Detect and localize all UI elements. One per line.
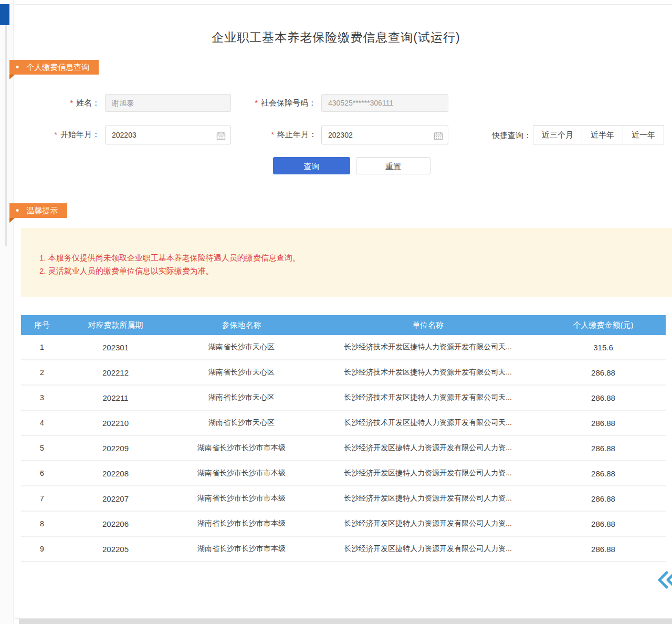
table-cell: 202209 <box>63 444 168 453</box>
table-cell: 长沙经济开发区捷特人力资源开发有限公司人力资... <box>315 544 541 554</box>
quick-query-group: 近三个月 近半年 近一年 <box>533 125 664 144</box>
required-asterisk: * <box>55 130 57 139</box>
table-header-cell: 参保地名称 <box>168 320 315 330</box>
table-cell: 315.6 <box>541 343 666 352</box>
table-cell: 湖南省长沙市长沙市市本级 <box>168 494 315 503</box>
notice-box: 1. 本服务仅提供尚未领取企业职工基本养老保险待遇人员的缴费信息查询。 2. 灵… <box>21 228 672 297</box>
page-title: 企业职工基本养老保险缴费信息查询(试运行) <box>0 29 672 46</box>
table-header-cell: 对应费款所属期 <box>63 320 168 330</box>
table-row: 7202207湖南省长沙市长沙市市本级长沙经济开发区捷特人力资源开发有限公司人力… <box>21 486 666 512</box>
table-header-cell: 单位名称 <box>315 320 541 330</box>
table-row: 9202205湖南省长沙市长沙市市本级长沙经济开发区捷特人力资源开发有限公司人力… <box>21 537 666 562</box>
payment-table: 序号 对应费款所属期 参保地名称 单位名称 个人缴费金额(元) 1202301湖… <box>21 315 666 562</box>
table-cell: 湖南省长沙市天心区 <box>168 418 315 428</box>
start-date-field[interactable]: 202203 <box>105 126 231 144</box>
reset-button[interactable]: 重置 <box>356 157 430 174</box>
table-cell: 湖南省长沙市天心区 <box>168 342 315 352</box>
table-cell: 286.88 <box>541 545 666 554</box>
calendar-icon[interactable] <box>433 130 444 148</box>
table-row: 6202208湖南省长沙市长沙市市本级长沙经济开发区捷特人力资源开发有限公司人力… <box>21 461 666 486</box>
table-row: 4202210湖南省长沙市天心区长沙经济技术开发区捷特人力资源开发有限公司天..… <box>21 411 666 436</box>
table-cell: 长沙经济技术开发区捷特人力资源开发有限公司天... <box>315 368 541 377</box>
table-cell: 202210 <box>63 419 168 428</box>
table-row: 2202212湖南省长沙市天心区长沙经济技术开发区捷特人力资源开发有限公司天..… <box>21 360 666 386</box>
quick-btn-3-months[interactable]: 近三个月 <box>533 125 582 144</box>
table-cell: 湖南省长沙市长沙市市本级 <box>168 443 315 453</box>
table-cell: 8 <box>21 519 63 528</box>
table-row: 5202209湖南省长沙市长沙市市本级长沙经济开发区捷特人力资源开发有限公司人力… <box>21 436 666 461</box>
end-date-label: *终止年月： <box>260 126 317 143</box>
notice-line: 2. 灵活就业人员的缴费单位信息以实际缴费为准。 <box>39 264 662 277</box>
table-cell: 湖南省长沙市天心区 <box>168 368 315 377</box>
table-cell: 湖南省长沙市天心区 <box>168 393 315 402</box>
table-cell: 1 <box>21 343 63 351</box>
table-cell: 湖南省长沙市长沙市市本级 <box>168 544 315 554</box>
quick-btn-one-year[interactable]: 近一年 <box>623 125 664 144</box>
table-cell: 286.88 <box>541 444 666 453</box>
table-cell: 长沙经济开发区捷特人力资源开发有限公司人力资... <box>315 494 541 503</box>
badge-fold-decoration <box>9 218 15 223</box>
table-cell: 202212 <box>63 368 168 377</box>
badge-bullet: • <box>16 206 19 215</box>
notice-line: 1. 本服务仅提供尚未领取企业职工基本养老保险待遇人员的缴费信息查询。 <box>39 251 662 264</box>
table-cell: 5 <box>21 444 63 452</box>
table-cell: 202205 <box>63 545 168 554</box>
required-asterisk: * <box>271 130 274 139</box>
table-cell: 202207 <box>63 494 168 503</box>
table-cell: 长沙经济开发区捷特人力资源开发有限公司人力资... <box>315 443 541 453</box>
table-cell: 长沙经济技术开发区捷特人力资源开发有限公司天... <box>315 418 541 428</box>
section-badge-label: 温馨提示 <box>26 206 58 216</box>
table-cell: 286.88 <box>541 494 666 503</box>
table-cell: 2 <box>21 368 63 377</box>
badge-bullet: • <box>16 63 19 72</box>
left-margin-strip <box>0 0 14 624</box>
sidebar-collapsed-tab[interactable] <box>0 4 9 25</box>
name-label: *姓名： <box>45 94 100 112</box>
pension-query-page: 企业职工基本养老保险缴费信息查询(试运行) • 个人缴费信息查询 *姓名： 谢旭… <box>0 0 672 624</box>
table-header-cell: 个人缴费金额(元) <box>541 320 666 330</box>
table-cell: 286.88 <box>541 469 666 478</box>
table-cell: 6 <box>21 469 63 477</box>
quick-query-label: 快捷查询： <box>488 126 531 145</box>
quick-btn-half-year[interactable]: 近半年 <box>582 125 623 144</box>
table-cell: 湖南省长沙市长沙市市本级 <box>168 519 315 528</box>
bottom-scrollbar[interactable] <box>19 619 672 624</box>
table-cell: 4 <box>21 419 63 427</box>
table-cell: 长沙经济开发区捷特人力资源开发有限公司人力资... <box>315 519 541 528</box>
table-cell: 湖南省长沙市长沙市市本级 <box>168 469 315 478</box>
ssn-label: *社会保障号码： <box>242 94 316 112</box>
table-row: 8202206湖南省长沙市长沙市市本级长沙经济开发区捷特人力资源开发有限公司人力… <box>21 512 666 537</box>
table-header-cell: 序号 <box>21 320 63 330</box>
table-cell: 286.88 <box>541 419 666 428</box>
ssn-field[interactable]: 430525******306111 <box>321 94 448 112</box>
table-cell: 202206 <box>63 519 168 528</box>
name-field[interactable]: 谢旭泰 <box>105 94 231 112</box>
table-cell: 7 <box>21 494 63 503</box>
table-cell: 长沙经济技术开发区捷特人力资源开发有限公司天... <box>315 393 541 402</box>
double-chevron-left-icon[interactable] <box>657 570 672 589</box>
section-badge-personal-query: • 个人缴费信息查询 <box>9 60 99 75</box>
start-date-label: *开始年月： <box>42 126 100 143</box>
table-cell: 202208 <box>63 469 168 478</box>
required-asterisk: * <box>255 99 258 107</box>
table-row: 3202211湖南省长沙市天心区长沙经济技术开发区捷特人力资源开发有限公司天..… <box>21 386 666 411</box>
table-cell: 长沙经济开发区捷特人力资源开发有限公司人力资... <box>315 469 541 478</box>
calendar-icon[interactable] <box>216 130 226 148</box>
table-cell: 长沙经济技术开发区捷特人力资源开发有限公司天... <box>315 342 541 352</box>
badge-fold-decoration <box>9 75 15 79</box>
end-date-field[interactable]: 202302 <box>321 126 448 144</box>
sidebar-divider <box>5 25 7 246</box>
table-row: 1202301湖南省长沙市天心区长沙经济技术开发区捷特人力资源开发有限公司天..… <box>21 335 666 360</box>
table-body: 1202301湖南省长沙市天心区长沙经济技术开发区捷特人力资源开发有限公司天..… <box>21 335 666 562</box>
table-cell: 202301 <box>63 343 168 352</box>
table-cell: 9 <box>21 545 63 553</box>
section-badge-tips: • 温馨提示 <box>9 203 67 218</box>
table-cell: 3 <box>21 393 63 402</box>
query-button[interactable]: 查询 <box>273 157 350 174</box>
table-cell: 286.88 <box>541 519 666 528</box>
table-cell: 202211 <box>63 393 168 402</box>
table-cell: 286.88 <box>541 368 666 377</box>
table-header-row: 序号 对应费款所属期 参保地名称 单位名称 个人缴费金额(元) <box>21 315 666 335</box>
table-cell: 286.88 <box>541 393 666 402</box>
section-badge-label: 个人缴费信息查询 <box>26 63 89 72</box>
